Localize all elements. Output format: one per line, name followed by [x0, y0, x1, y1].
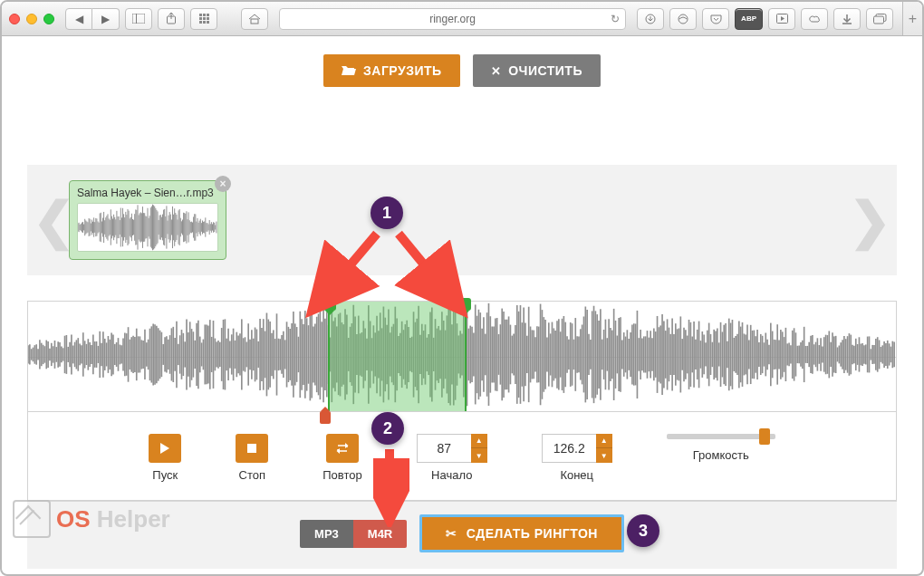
cta-label: СДЕЛАТЬ РИНГТОН [467, 526, 598, 541]
play-button[interactable] [149, 434, 181, 463]
svg-marker-676 [345, 443, 349, 448]
end-up[interactable]: ▲ [596, 434, 612, 448]
svg-rect-13 [873, 16, 883, 24]
sidebar-button[interactable] [125, 8, 152, 30]
end-spinner: ▲ ▼ [596, 434, 612, 463]
clear-label: ОЧИСТИТЬ [508, 63, 582, 78]
end-input[interactable] [542, 434, 596, 463]
play-icon [160, 443, 169, 454]
window-controls [9, 14, 54, 24]
svg-rect-0 [132, 14, 145, 24]
end-label: Конец [560, 468, 593, 482]
play-rect-icon [776, 14, 788, 24]
sidebar-icon [132, 14, 145, 24]
share-icon [166, 13, 177, 24]
end-control: ▲ ▼ Конец [542, 434, 612, 482]
start-control: ▲ ▼ Начало [417, 434, 487, 482]
tabs-icon [873, 14, 887, 24]
repeat-icon [335, 442, 350, 455]
annotation-bubble-1: 1 [371, 197, 403, 229]
annotation-bubble-3: 3 [627, 514, 659, 547]
start-input[interactable] [417, 434, 471, 463]
selection-range[interactable] [328, 302, 467, 411]
reload-icon[interactable]: ↻ [611, 13, 620, 25]
format-toggle[interactable]: MP3 M4R [300, 520, 407, 548]
minimize-window-icon[interactable] [26, 14, 37, 24]
controls-row: Пуск Стоп Повтор ▲ ▼ [28, 412, 896, 500]
new-tab-button[interactable]: + [902, 2, 922, 35]
abp-button[interactable]: ABP [735, 8, 763, 30]
start-down[interactable]: ▼ [471, 448, 487, 463]
browser-titlebar: ◀ ▶ ringer.org ↻ ABP + [2, 2, 922, 36]
start-label: Начало [431, 468, 472, 482]
swirl-icon [677, 14, 689, 24]
stop-label: Стоп [239, 468, 265, 482]
watermark-cursor-icon [13, 500, 51, 538]
svg-marker-677 [337, 448, 341, 454]
share-button[interactable] [158, 8, 185, 30]
back-button[interactable]: ◀ [65, 8, 92, 30]
start-spinner: ▲ ▼ [471, 434, 487, 463]
url-bar[interactable]: ringer.org ↻ [279, 8, 626, 30]
stop-control: Стоп [236, 434, 268, 482]
upload-label: ЗАГРУЗИТЬ [363, 63, 442, 78]
zoom-window-icon[interactable] [43, 14, 54, 24]
format-mp3[interactable]: MP3 [300, 520, 353, 548]
waveform-area[interactable] [28, 302, 896, 412]
volume-knob[interactable] [759, 428, 770, 445]
watermark: OS Helper [13, 500, 170, 538]
top-sites-button[interactable] [190, 8, 217, 30]
play-label: Пуск [152, 468, 178, 482]
url-text: ringer.org [429, 13, 476, 25]
pocket-icon [710, 14, 722, 24]
home-icon [248, 14, 261, 24]
repeat-control: Повтор [322, 434, 361, 482]
watermark-text: OS Helper [56, 505, 170, 533]
svg-rect-4 [251, 19, 258, 24]
downloads-button[interactable] [637, 8, 664, 30]
file-strip: ❮ ❯ × Salma Hayek – Sien…r.mp3 [27, 165, 897, 275]
pocket-button[interactable] [702, 8, 729, 30]
download-circle-icon [645, 14, 656, 24]
download2-button[interactable] [833, 8, 861, 30]
repeat-button[interactable] [326, 434, 359, 463]
forward-button[interactable]: ▶ [92, 8, 120, 30]
selection-handle-right[interactable] [458, 298, 471, 311]
close-window-icon[interactable] [9, 14, 20, 24]
download-icon [842, 14, 852, 24]
svg-marker-9 [781, 16, 784, 21]
stop-icon [247, 444, 256, 453]
stop-button[interactable] [236, 434, 268, 463]
make-ringtone-button[interactable]: ✂ СДЕЛАТЬ РИНГТОН [419, 514, 624, 552]
strip-next[interactable]: ❯ [849, 191, 891, 250]
upload-button[interactable]: ЗАГРУЗИТЬ [323, 54, 460, 87]
svg-rect-675 [247, 444, 256, 453]
end-down[interactable]: ▼ [596, 448, 612, 463]
file-card[interactable]: × Salma Hayek – Sien…r.mp3 [69, 180, 226, 260]
ext3-button[interactable] [801, 8, 828, 30]
clear-button[interactable]: ✕ ОЧИСТИТЬ [473, 54, 601, 87]
ext2-button[interactable] [768, 8, 795, 30]
volume-control: Громкость [667, 434, 775, 462]
start-up[interactable]: ▲ [471, 434, 487, 448]
format-m4r[interactable]: M4R [353, 520, 407, 548]
volume-label: Громкость [693, 448, 749, 462]
page-content: ЗАГРУЗИТЬ ✕ ОЧИСТИТЬ ❮ ❯ × Salma Hayek –… [2, 36, 922, 576]
playhead-marker[interactable] [320, 411, 331, 424]
home-button[interactable] [241, 8, 268, 30]
svg-marker-674 [160, 443, 169, 454]
tabs-button[interactable] [866, 8, 893, 30]
file-wave-thumb [77, 203, 218, 252]
cloud-icon [809, 14, 821, 24]
editor-panel: Пуск Стоп Повтор ▲ ▼ [27, 301, 897, 501]
ext1-button[interactable] [669, 8, 697, 30]
selection-handle-left[interactable] [323, 298, 336, 311]
start-field: ▲ ▼ [417, 434, 487, 463]
play-control: Пуск [149, 434, 181, 482]
repeat-label: Повтор [322, 468, 361, 482]
folder-open-icon [342, 64, 356, 78]
file-remove-icon[interactable]: × [215, 176, 231, 192]
file-name: Salma Hayek – Sien…r.mp3 [77, 187, 218, 199]
volume-slider[interactable] [667, 434, 775, 439]
nav-back-forward: ◀ ▶ [65, 8, 120, 30]
